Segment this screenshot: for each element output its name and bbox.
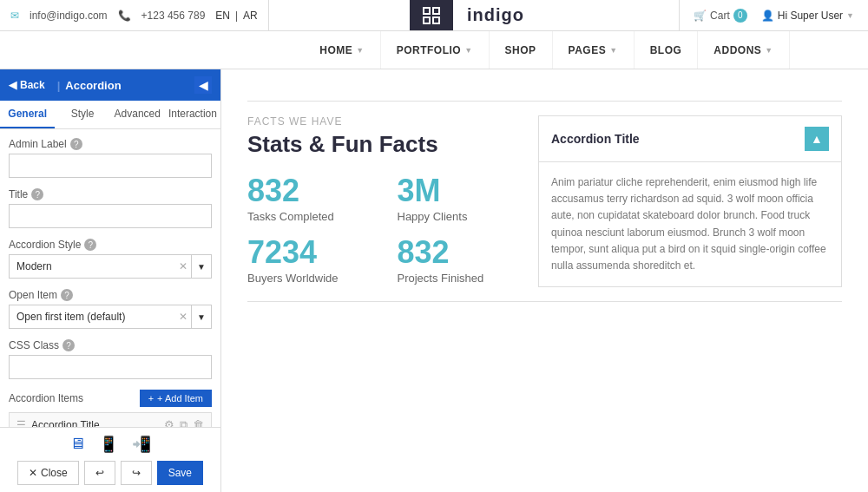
stat-number-buyers: 7234 xyxy=(247,237,372,268)
nav-item-addons[interactable]: ADDONS ▼ xyxy=(698,31,789,69)
tab-row: General Style Advanced Interaction xyxy=(0,101,220,129)
panel-header: ◀ Back | Accordion ◀ xyxy=(0,69,220,101)
svg-rect-0 xyxy=(424,8,430,14)
panel-content: Admin Label ? Title ? Accordion Style ? xyxy=(0,129,220,427)
title-input[interactable] xyxy=(9,204,212,228)
svg-rect-3 xyxy=(424,17,430,23)
logo-box xyxy=(410,0,453,30)
add-item-button[interactable]: + + Add Item xyxy=(140,390,212,407)
open-item-select[interactable]: Open first item (default) ✕ ▼ xyxy=(9,305,212,329)
stat-number-tasks: 832 xyxy=(247,175,372,207)
title-field: Title ? xyxy=(9,188,212,228)
stats-section-label: FACTS WE HAVE xyxy=(247,115,521,128)
accordion-toggle-button[interactable]: ▲ xyxy=(805,127,829,151)
back-arrow-icon: ◀ xyxy=(9,79,16,91)
accordion-item-name: Accordion Title xyxy=(31,419,159,427)
redo-button[interactable]: ↪ xyxy=(121,461,152,485)
top-bar: ✉ info@indigo.com 📞 +123 456 789 EN | AR… xyxy=(0,0,868,31)
desktop-icon[interactable]: 🖥 xyxy=(69,435,85,454)
top-divider xyxy=(247,101,842,102)
user-area[interactable]: 👤 Hi Super User ▼ xyxy=(761,10,854,22)
select-arrow-icon[interactable]: ▼ xyxy=(191,255,211,278)
drag-handle-icon[interactable]: ☰ xyxy=(16,419,26,427)
delete-icon[interactable]: 🗑 xyxy=(193,418,204,427)
cart-label: Cart xyxy=(710,10,730,22)
email-icon: ✉ xyxy=(10,10,19,22)
help-icon[interactable]: ? xyxy=(62,339,75,351)
tablet-icon[interactable]: 📱 xyxy=(99,435,118,454)
stat-label-buyers: Buyers Worldwide xyxy=(247,272,372,285)
help-icon[interactable]: ? xyxy=(61,289,73,301)
cart-area[interactable]: 🛒 Cart 0 xyxy=(694,9,747,23)
lang-en[interactable]: EN xyxy=(215,10,230,22)
plus-icon: + xyxy=(148,393,154,403)
help-icon[interactable]: ? xyxy=(70,138,82,150)
undo-button[interactable]: ↩ xyxy=(84,461,115,485)
accordion-items-label: Accordion Items xyxy=(9,392,83,404)
open-item-field: Open Item ? Open first item (default) ✕ … xyxy=(9,289,212,329)
stat-item-buyers: 7234 Buyers Worldwide xyxy=(247,237,372,285)
x-icon: ✕ xyxy=(29,467,37,479)
tab-advanced[interactable]: Advanced xyxy=(110,101,165,128)
stats-title: Stats & Fun Facts xyxy=(247,131,521,158)
undo-icon: ↩ xyxy=(95,467,104,479)
stat-number-clients: 3M xyxy=(398,175,522,207)
mobile-icon[interactable]: 📲 xyxy=(132,435,151,454)
stats-section: FACTS WE HAVE Stats & Fun Facts 832 Task… xyxy=(247,115,842,287)
accordion-body-text: Anim pariatur cliche reprehenderit, enim… xyxy=(551,174,829,274)
accordion-items-header: Accordion Items + + Add Item xyxy=(9,390,212,407)
chevron-down-icon: ▼ xyxy=(609,46,617,55)
settings-icon[interactable]: ⚙ xyxy=(164,418,174,427)
logo-svg-icon xyxy=(421,5,442,26)
cart-badge: 0 xyxy=(733,9,747,23)
css-class-input[interactable] xyxy=(9,355,212,379)
title-label: Title ? xyxy=(9,188,212,200)
nav-item-shop[interactable]: SHOP xyxy=(490,31,553,69)
stat-label-projects: Projects Finished xyxy=(398,272,522,285)
phone-icon: 📞 xyxy=(118,10,131,22)
accordion-style-select[interactable]: Modern ✕ ▼ xyxy=(9,254,212,279)
user-icon: 👤 xyxy=(761,10,774,22)
collapse-button[interactable]: ◀ xyxy=(194,76,212,94)
accordion-body: Anim pariatur cliche reprehenderit, enim… xyxy=(539,162,841,286)
accordion-card-title: Accordion Title xyxy=(551,132,640,146)
css-class-field: CSS Class ? xyxy=(9,339,212,379)
redo-icon: ↪ xyxy=(132,467,141,479)
tab-style[interactable]: Style xyxy=(55,101,109,128)
help-icon[interactable]: ? xyxy=(84,239,96,251)
back-label: Back xyxy=(20,79,45,91)
tab-general[interactable]: General xyxy=(0,101,55,128)
logo-text: indigo xyxy=(453,5,538,25)
stats-left: FACTS WE HAVE Stats & Fun Facts 832 Task… xyxy=(247,115,521,285)
accordion-item-row: ☰ Accordion Title ⚙ ⧉ 🗑 xyxy=(9,412,212,427)
content-scroll-area: FACTS WE HAVE Stats & Fun Facts 832 Task… xyxy=(221,69,868,333)
phone-text: +123 456 789 xyxy=(141,10,206,22)
nav-item-portfolio[interactable]: PORTFOLIO ▼ xyxy=(381,31,490,69)
admin-label-input[interactable] xyxy=(9,154,212,178)
back-button[interactable]: ◀ Back xyxy=(9,79,45,91)
email-text: info@indigo.com xyxy=(30,10,108,22)
close-button[interactable]: ✕ Close xyxy=(17,461,79,485)
tab-interaction[interactable]: Interaction xyxy=(165,101,220,128)
stat-number-projects: 832 xyxy=(398,237,522,268)
right-content: FACTS WE HAVE Stats & Fun Facts 832 Task… xyxy=(221,69,868,492)
lang-ar[interactable]: AR xyxy=(243,10,258,22)
nav-item-pages[interactable]: PAGES ▼ xyxy=(553,31,635,69)
nav-item-blog[interactable]: BLOG xyxy=(635,31,699,69)
chevron-down-icon: ▼ xyxy=(765,46,773,55)
select-clear-icon[interactable]: ✕ xyxy=(175,311,191,323)
save-button[interactable]: Save xyxy=(157,461,203,485)
help-icon[interactable]: ? xyxy=(31,188,43,200)
device-icons: 🖥 📱 📲 xyxy=(9,435,212,454)
admin-label-label: Admin Label ? xyxy=(9,138,212,150)
select-arrow-icon[interactable]: ▼ xyxy=(191,305,211,328)
select-clear-icon[interactable]: ✕ xyxy=(175,260,191,272)
duplicate-icon[interactable]: ⧉ xyxy=(180,418,187,427)
user-label: Hi Super User xyxy=(778,10,843,22)
footer-actions: ✕ Close ↩ ↪ Save xyxy=(9,461,212,485)
stats-grid: 832 Tasks Completed 3M Happy Clients 723… xyxy=(247,175,521,285)
accordion-style-value: Modern xyxy=(10,257,175,276)
nav-item-home[interactable]: HOME ▼ xyxy=(304,31,380,69)
left-panel: ◀ Back | Accordion ◀ General Style Advan… xyxy=(0,69,221,492)
accordion-card-header: Accordion Title ▲ xyxy=(539,116,841,162)
